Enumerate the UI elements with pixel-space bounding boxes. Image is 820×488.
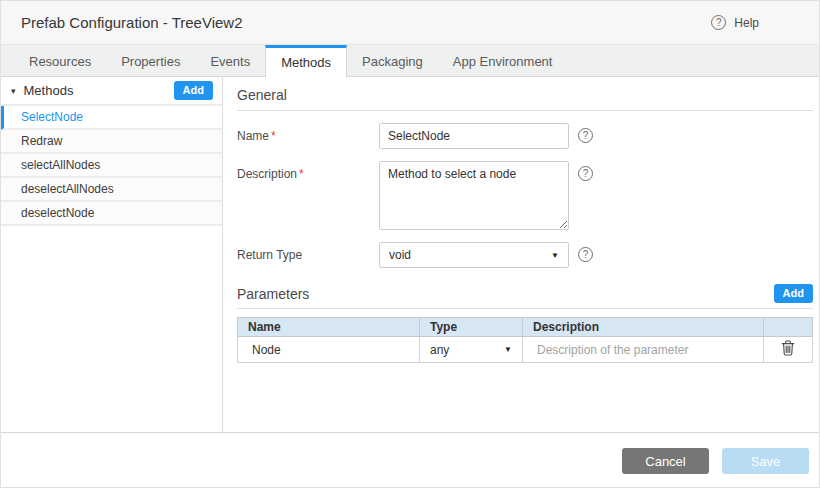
help-icon: ? <box>711 15 726 30</box>
dialog-footer: Cancel Save <box>1 432 820 488</box>
return-type-select[interactable]: void ▼ <box>379 242 569 268</box>
sidebar-item-selectnode[interactable]: SelectNode <box>1 106 222 130</box>
add-method-button[interactable]: Add <box>174 81 213 100</box>
name-input[interactable] <box>379 123 569 149</box>
return-type-selected-value: void <box>389 248 411 262</box>
parameters-table-header-row: Name Type Description <box>238 318 813 337</box>
parameter-name-cell <box>238 337 420 363</box>
title-bar: Prefab Configuration - TreeView2 ? Help <box>1 1 820 45</box>
sidebar-item-deselectnode[interactable]: deselectNode <box>1 202 222 226</box>
parameter-type-cell: any ▼ <box>420 337 523 363</box>
column-header-type: Type <box>420 318 523 337</box>
parameter-description-input[interactable] <box>523 338 763 362</box>
name-help-icon[interactable]: ? <box>578 128 593 143</box>
help-label: Help <box>734 16 759 30</box>
prefab-configuration-dialog: Prefab Configuration - TreeView2 ? Help … <box>1 1 820 488</box>
description-help-icon[interactable]: ? <box>578 166 593 181</box>
parameter-actions-cell <box>764 337 813 363</box>
tab-packaging[interactable]: Packaging <box>347 45 438 76</box>
return-type-help-icon[interactable]: ? <box>578 247 593 262</box>
column-header-name: Name <box>238 318 420 337</box>
sidebar-item-selectallnodes[interactable]: selectAllNodes <box>1 154 222 178</box>
tab-app-environment[interactable]: App Environment <box>438 45 568 76</box>
parameter-type-select[interactable]: any ▼ <box>420 337 522 362</box>
description-textarea[interactable]: Method to select a node <box>379 161 569 230</box>
methods-sidebar: ▾ Methods Add SelectNode Redraw selectAl… <box>1 77 223 432</box>
parameter-name-input[interactable] <box>238 338 419 362</box>
name-field-row: Name* ? <box>237 123 813 149</box>
description-field-row: Description* Method to select a node ? <box>237 161 813 230</box>
methods-group-header[interactable]: ▾ Methods Add <box>1 77 222 106</box>
save-button[interactable]: Save <box>722 448 809 474</box>
required-mark: * <box>271 129 276 143</box>
sidebar-item-redraw[interactable]: Redraw <box>1 130 222 154</box>
tab-events[interactable]: Events <box>195 45 265 76</box>
chevron-down-icon: ▼ <box>551 251 559 260</box>
required-mark: * <box>299 167 304 181</box>
page-title: Prefab Configuration - TreeView2 <box>21 14 243 31</box>
tab-properties[interactable]: Properties <box>106 45 195 76</box>
add-parameter-button[interactable]: Add <box>774 284 813 303</box>
delete-parameter-button[interactable] <box>777 338 799 361</box>
trash-icon <box>781 344 795 359</box>
chevron-down-icon: ▼ <box>504 345 512 354</box>
tab-resources[interactable]: Resources <box>14 45 106 76</box>
return-type-label: Return Type <box>237 242 379 262</box>
method-detail-panel: General Name* ? Description* Method to s… <box>223 77 820 432</box>
column-header-actions <box>764 318 813 337</box>
column-header-description: Description <box>523 318 764 337</box>
name-label: Name* <box>237 123 379 143</box>
parameter-type-selected-value: any <box>430 343 449 357</box>
cancel-button[interactable]: Cancel <box>622 448 709 474</box>
methods-group-label: Methods <box>24 83 174 98</box>
parameters-table: Name Type Description any <box>237 317 813 363</box>
return-type-field-row: Return Type void ▼ ? <box>237 242 813 268</box>
general-section-title: General <box>237 77 813 111</box>
description-label: Description* <box>237 161 379 181</box>
dialog-body: ▾ Methods Add SelectNode Redraw selectAl… <box>1 77 820 432</box>
tab-bar: Resources Properties Events Methods Pack… <box>1 45 820 77</box>
table-row: any ▼ <box>238 337 813 363</box>
help-button[interactable]: ? Help <box>711 15 759 30</box>
sidebar-item-deselectallnodes[interactable]: deselectAllNodes <box>1 178 222 202</box>
tab-methods[interactable]: Methods <box>265 45 347 77</box>
parameter-description-cell <box>523 337 764 363</box>
caret-down-icon: ▾ <box>11 86 16 96</box>
parameters-section-header: Parameters Add <box>237 284 813 309</box>
parameters-section-title: Parameters <box>237 286 309 302</box>
